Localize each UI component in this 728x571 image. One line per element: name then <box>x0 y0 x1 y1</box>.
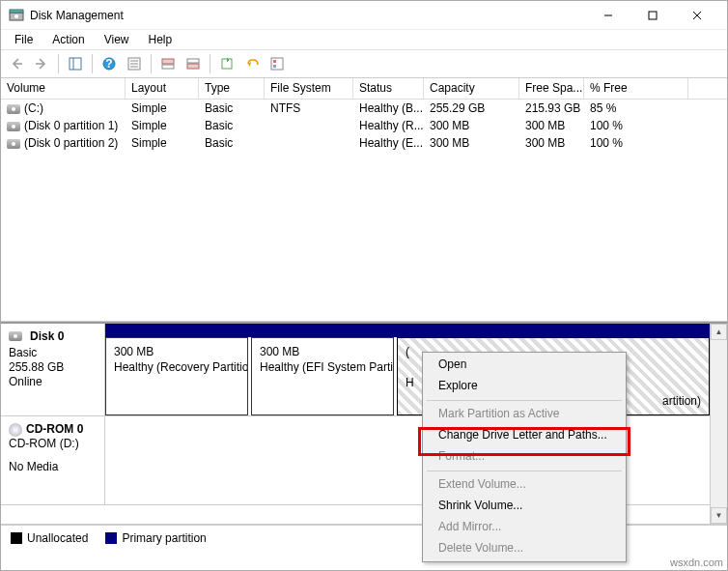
svg-rect-21 <box>273 60 276 63</box>
col-filesystem[interactable]: File System <box>265 78 353 99</box>
partition-status: Healthy (EFI System Partit <box>260 359 385 375</box>
disk-header[interactable]: Disk 0 Basic 255.88 GB Online <box>1 324 105 415</box>
title-bar: Disk Management <box>1 1 727 30</box>
svg-text:?: ? <box>105 57 112 71</box>
svg-rect-15 <box>162 59 174 64</box>
svg-rect-17 <box>187 59 199 63</box>
cdrom-header[interactable]: CD-ROM 0 CD-ROM (D:) No Media <box>1 416 105 504</box>
menu-action[interactable]: Action <box>44 31 92 48</box>
svg-rect-2 <box>10 10 23 13</box>
volume-list-header: Volume Layout Type File System Status Ca… <box>1 78 727 100</box>
close-button[interactable] <box>675 1 719 30</box>
toolbar: ? <box>1 49 727 78</box>
legend-primary: Primary partition <box>122 531 206 545</box>
minimize-button[interactable] <box>586 1 630 30</box>
properties-button[interactable] <box>123 52 146 75</box>
settings-top-button[interactable] <box>156 52 180 75</box>
col-status[interactable]: Status <box>353 78 424 99</box>
partition-status: Healthy (Recovery Partitio <box>114 359 239 375</box>
forward-button[interactable] <box>30 52 53 75</box>
partition-efi[interactable]: 300 MB Healthy (EFI System Partit <box>251 337 394 415</box>
col-type[interactable]: Type <box>199 78 265 99</box>
list-style-button[interactable] <box>266 52 289 75</box>
ctx-separator <box>427 400 622 401</box>
settings-bottom-button[interactable] <box>182 52 205 75</box>
disk-name: Disk 0 <box>30 329 64 343</box>
disk-icon <box>9 331 22 341</box>
volume-name: (Disk 0 partition 1) <box>24 119 118 132</box>
back-button[interactable] <box>5 52 28 75</box>
svg-rect-20 <box>271 58 283 70</box>
ctx-separator <box>427 471 622 471</box>
volume-row[interactable]: (C:) Simple Basic NTFS Healthy (B... 255… <box>1 100 727 117</box>
menu-file[interactable]: File <box>7 31 41 48</box>
cdrom-drive: CD-ROM (D:) <box>9 437 97 450</box>
maximize-button[interactable] <box>630 1 675 30</box>
ctx-delete[interactable]: Delete Volume... <box>425 538 624 559</box>
watermark: wsxdn.com <box>670 557 723 568</box>
legend-swatch-primary <box>105 532 117 544</box>
disk-size: 255.88 GB <box>9 360 97 374</box>
undo-button[interactable] <box>240 52 264 75</box>
volume-name: (C:) <box>24 101 43 115</box>
ctx-format[interactable]: Format... <box>425 446 624 468</box>
volume-list-body: (C:) Simple Basic NTFS Healthy (B... 255… <box>1 100 727 152</box>
ctx-mirror[interactable]: Add Mirror... <box>425 517 624 538</box>
volume-row[interactable]: (Disk 0 partition 2) Simple Basic Health… <box>1 134 727 152</box>
svg-rect-7 <box>70 58 81 70</box>
app-icon <box>9 8 24 23</box>
partition-tail: artition) <box>662 393 701 409</box>
menu-help[interactable]: Help <box>141 31 181 48</box>
scroll-track[interactable] <box>711 340 727 507</box>
cell-status: Healthy (B... <box>353 100 424 116</box>
ctx-shrink[interactable]: Shrink Volume... <box>425 496 624 517</box>
volume-icon <box>7 139 20 149</box>
menu-bar: File Action View Help <box>1 30 727 49</box>
volume-name: (Disk 0 partition 2) <box>24 136 118 150</box>
svg-rect-16 <box>162 65 174 69</box>
cell-layout: Simple <box>126 100 199 116</box>
svg-rect-22 <box>273 65 276 68</box>
legend-swatch-unallocated <box>11 532 22 544</box>
col-layout[interactable]: Layout <box>126 78 199 99</box>
svg-rect-4 <box>649 12 657 19</box>
volume-list: Volume Layout Type File System Status Ca… <box>1 78 727 322</box>
cell-free: 215.93 GB <box>519 100 584 116</box>
scroll-up-icon[interactable]: ▲ <box>711 324 727 340</box>
menu-view[interactable]: View <box>97 31 137 48</box>
partition-size: 300 MB <box>260 344 385 359</box>
col-pctfree[interactable]: % Free <box>584 78 688 99</box>
ctx-extend[interactable]: Extend Volume... <box>425 474 624 496</box>
partition-size: 300 MB <box>114 344 239 359</box>
show-hide-console-tree-button[interactable] <box>64 52 87 75</box>
context-menu: Open Explore Mark Partition as Active Ch… <box>422 352 627 562</box>
cell-type: Basic <box>199 100 265 116</box>
cdrom-name: CD-ROM 0 <box>26 422 83 436</box>
ctx-mark-active[interactable]: Mark Partition as Active <box>425 404 624 425</box>
ctx-explore[interactable]: Explore <box>425 376 624 397</box>
disk-state: Online <box>9 375 97 388</box>
col-capacity[interactable]: Capacity <box>424 78 519 99</box>
cell-fs: NTFS <box>265 100 353 116</box>
partition-recovery[interactable]: 300 MB Healthy (Recovery Partitio <box>105 337 248 415</box>
partition-label: ( <box>406 344 421 359</box>
cdrom-state: No Media <box>9 460 97 473</box>
vertical-scrollbar[interactable]: ▲ ▼ <box>710 324 727 524</box>
volume-icon <box>7 104 20 114</box>
help-button[interactable]: ? <box>98 52 121 75</box>
ctx-change-drive-letter[interactable]: Change Drive Letter and Paths... <box>425 425 624 446</box>
cdrom-icon <box>9 423 22 437</box>
ctx-open[interactable]: Open <box>425 355 624 376</box>
legend-unallocated: Unallocated <box>27 531 88 545</box>
svg-point-1 <box>14 14 18 18</box>
window-title: Disk Management <box>30 9 586 22</box>
cell-pct: 85 % <box>584 100 688 116</box>
volume-icon <box>7 122 20 131</box>
refresh-button[interactable] <box>215 52 238 75</box>
cell-capacity: 255.29 GB <box>424 100 519 116</box>
scroll-down-icon[interactable]: ▼ <box>711 507 727 524</box>
col-volume[interactable]: Volume <box>1 78 126 99</box>
volume-row[interactable]: (Disk 0 partition 1) Simple Basic Health… <box>1 117 727 134</box>
col-free[interactable]: Free Spa... <box>519 78 584 99</box>
partition-status: H <box>406 375 421 390</box>
